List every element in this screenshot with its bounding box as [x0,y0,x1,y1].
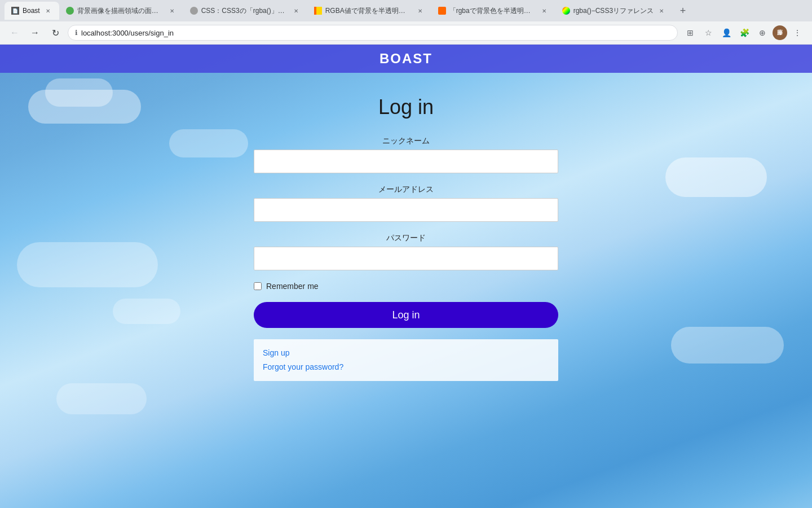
email-label: メールアドレス [378,185,434,195]
tab-label-boast: Boast [23,7,40,15]
browser-actions: ⊞ ☆ 👤 🧩 ⊕ 藤 ⋮ [682,25,805,41]
browser-chrome: 📄 Boast ✕ 背景画像を描画領域の面積ぴっ… ✕ CSS：CSS3の「rg… [0,0,812,45]
extensions-button[interactable]: 🧩 [736,25,752,41]
new-tab-button[interactable]: + [675,3,691,19]
tab-3[interactable]: RGBA値で背景を半透明にする… ✕ [307,2,431,20]
remember-me-checkbox[interactable] [254,282,262,290]
url-text: localhost:3000/users/sign_in [81,29,174,37]
translate-button[interactable]: ⊞ [682,25,698,41]
tab-close-4[interactable]: ✕ [540,6,549,15]
tab-favicon-2 [190,7,198,15]
tab-2[interactable]: CSS：CSS3の「rgba()」で背… ✕ [183,2,307,20]
navbar: BOAST [0,45,812,73]
tab-close-1[interactable]: ✕ [167,6,176,15]
nickname-input[interactable] [254,150,558,173]
tab-label-4: 「rgbaで背景色を半透明にする… [449,6,536,16]
tab-5[interactable]: rgba()−CSS3リファレンス ✕ [555,2,673,20]
password-input[interactable] [254,247,558,270]
tab-close-2[interactable]: ✕ [292,6,301,15]
address-bar: ← → ↻ ℹ localhost:3000/users/sign_in ⊞ ☆… [0,21,812,44]
password-group: パスワード [254,233,558,270]
forgot-password-link[interactable]: Forgot your password? [263,360,549,374]
login-button[interactable]: Log in [254,302,558,328]
tab-label-2: CSS：CSS3の「rgba()」で背… [201,6,288,16]
navbar-brand: BOAST [379,51,433,67]
login-title: Log in [378,95,434,119]
back-button[interactable]: ← [7,25,23,41]
tab-boast[interactable]: 📄 Boast ✕ [5,2,59,20]
tab-favicon-boast: 📄 [11,7,19,15]
forward-button[interactable]: → [27,25,43,41]
tab-close-boast[interactable]: ✕ [43,6,52,15]
tab-label-3: RGBA値で背景を半透明にする… [325,6,412,16]
email-input[interactable] [254,198,558,222]
user-circle[interactable]: ⊕ [754,25,770,41]
tab-label-1: 背景画像を描画領域の面積ぴっ… [77,6,164,16]
tab-4[interactable]: 「rgbaで背景色を半透明にする… ✕ [431,2,555,20]
url-bar[interactable]: ℹ localhost:3000/users/sign_in [68,25,678,41]
tab-favicon-1 [66,7,74,15]
tab-label-5: rgba()−CSS3リファレンス [573,6,654,16]
remember-me-group: Remember me [254,282,558,291]
sign-up-link[interactable]: Sign up [263,346,549,360]
tab-close-3[interactable]: ✕ [416,6,425,15]
security-icon: ℹ [75,29,78,37]
page-content: BOAST Log in ニックネーム メールアドレス パスワード Rememb… [0,45,812,508]
nickname-group: ニックネーム [254,136,558,173]
links-box: Sign up Forgot your password? [254,339,558,381]
tab-favicon-5 [562,7,570,15]
tab-1[interactable]: 背景画像を描画領域の面積ぴっ… ✕ [59,2,183,20]
login-container: Log in ニックネーム メールアドレス パスワード Remember me … [0,73,812,381]
tab-bar: 📄 Boast ✕ 背景画像を描画領域の面積ぴっ… ✕ CSS：CSS3の「rg… [0,0,812,21]
tab-close-5[interactable]: ✕ [657,6,666,15]
tab-favicon-3 [314,7,322,15]
tab-favicon-4 [438,7,446,15]
nickname-label: ニックネーム [382,136,430,146]
remember-me-label: Remember me [266,282,319,291]
cloud-6 [56,383,147,414]
menu-button[interactable]: ⋮ [789,25,805,41]
profile-switcher[interactable]: 👤 [718,25,734,41]
password-label: パスワード [386,233,426,243]
email-group: メールアドレス [254,185,558,222]
reload-button[interactable]: ↻ [47,25,63,41]
bookmark-button[interactable]: ☆ [700,25,716,41]
profile-avatar[interactable]: 藤 [773,25,787,40]
